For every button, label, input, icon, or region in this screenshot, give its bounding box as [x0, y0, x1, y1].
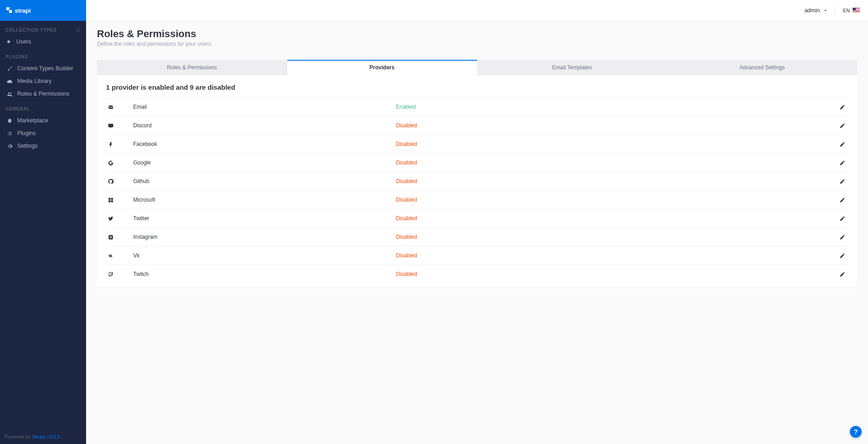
provider-name: Twitch — [133, 271, 396, 277]
provider-row-microsoft[interactable]: MicrosoftDisabled — [106, 190, 848, 209]
edit-icon[interactable] — [830, 197, 848, 203]
sidebar-item-plugins[interactable]: Plugins — [5, 127, 81, 140]
envelope-icon — [106, 104, 133, 110]
brand-logo[interactable]: strapi — [0, 0, 86, 21]
provider-name: Twitter — [133, 215, 396, 222]
provider-row-twitter[interactable]: TwitterDisabled — [106, 209, 848, 227]
provider-row-email[interactable]: EmailEnabled — [106, 97, 848, 116]
sidebar-item-content-types-builder[interactable]: Content-Types Builder — [5, 62, 81, 75]
provider-name: Discord — [133, 122, 396, 129]
user-name: admin — [805, 7, 820, 14]
gear-icon — [6, 143, 13, 149]
page-subtitle: Define the roles and permissions for you… — [97, 41, 857, 47]
provider-row-github[interactable]: GithubDisabled — [106, 172, 848, 190]
provider-name: Instagram — [133, 234, 396, 240]
discord-icon — [106, 123, 133, 129]
edit-icon[interactable] — [830, 123, 848, 129]
main: admin EN Roles & Permissions Define the … — [86, 0, 868, 444]
google-icon — [106, 160, 133, 166]
bullet-icon — [7, 40, 10, 43]
sidebar-section: PLUGINSContent-Types BuilderMedia Librar… — [0, 48, 86, 100]
facebook-icon — [106, 141, 133, 147]
divider — [835, 6, 836, 14]
provider-name: Google — [133, 159, 396, 166]
edit-icon[interactable] — [830, 104, 848, 110]
provider-status: Enabled — [396, 104, 830, 110]
locale-code: EN — [843, 8, 850, 13]
topbar: admin EN — [86, 0, 868, 21]
provider-row-instagram[interactable]: InstagramDisabled — [106, 227, 848, 246]
provider-name: Email — [133, 104, 396, 110]
svg-rect-2 — [9, 7, 10, 8]
tab-roles-permissions[interactable]: Roles & Permissions — [97, 60, 287, 75]
sidebar-section-title: PLUGINS — [5, 54, 28, 59]
provider-status: Disabled — [396, 178, 830, 184]
provider-name: Facebook — [133, 141, 396, 147]
sidebar-item-marketplace[interactable]: Marketplace — [5, 114, 81, 127]
provider-status: Disabled — [396, 141, 830, 147]
tab-providers[interactable]: Providers — [287, 60, 477, 75]
provider-status: Disabled — [396, 122, 830, 129]
sidebar-item-label: Settings — [17, 143, 38, 149]
list-icon — [6, 130, 13, 136]
search-icon[interactable] — [75, 27, 81, 33]
provider-row-twitch[interactable]: TwitchDisabled — [106, 265, 848, 283]
twitter-icon — [106, 216, 133, 222]
sidebar-section-title: COLLECTION TYPES — [5, 28, 57, 33]
svg-rect-1 — [9, 10, 12, 13]
provider-name: Vk — [133, 252, 396, 259]
sidebar-item-roles-permissions[interactable]: Roles & Permissions — [5, 87, 81, 100]
tabs: Roles & PermissionsProvidersEmail Templa… — [97, 60, 857, 75]
sidebar-item-media-library[interactable]: Media Library — [5, 75, 81, 87]
sidebar-item-label: Plugins — [17, 130, 36, 136]
provider-row-discord[interactable]: DiscordDisabled — [106, 116, 848, 135]
edit-icon[interactable] — [830, 160, 848, 166]
svg-text:strapi: strapi — [14, 7, 30, 14]
provider-status: Disabled — [396, 197, 830, 203]
twitch-icon — [106, 271, 133, 277]
sidebar: strapi COLLECTION TYPESUsersPLUGINSConte… — [0, 0, 86, 444]
sidebar-item-label: Roles & Permissions — [17, 91, 69, 97]
brush-icon — [6, 66, 13, 72]
cloud-icon — [6, 78, 13, 84]
user-menu[interactable]: admin — [805, 7, 828, 14]
tab-advanced-settings[interactable]: Advanced Settings — [667, 60, 858, 75]
provider-status: Disabled — [396, 159, 830, 166]
provider-status: Disabled — [396, 215, 830, 222]
tab-email-templates[interactable]: Email Templates — [477, 60, 667, 75]
locale-switcher[interactable]: EN — [843, 8, 860, 13]
provider-name: Github — [133, 178, 396, 184]
sidebar-item-label: Media Library — [17, 78, 52, 84]
provider-row-vk[interactable]: VkDisabled — [106, 246, 848, 265]
github-icon — [106, 179, 133, 184]
sidebar-section: GENERALMarketplacePluginsSettings — [0, 100, 86, 152]
sidebar-item-users[interactable]: Users — [5, 35, 81, 48]
provider-status: Disabled — [396, 234, 830, 240]
edit-icon[interactable] — [830, 216, 848, 222]
provider-row-google[interactable]: GoogleDisabled — [106, 153, 848, 172]
basket-icon — [6, 118, 13, 124]
provider-status: Disabled — [396, 252, 830, 259]
provider-name: Microsoft — [133, 197, 396, 203]
provider-status: Disabled — [396, 271, 830, 277]
edit-icon[interactable] — [830, 141, 848, 147]
strapi-version-link[interactable]: Strapi v3.0.5 — [32, 434, 60, 439]
instagram-icon — [106, 234, 133, 240]
microsoft-icon — [106, 197, 133, 203]
vk-icon — [106, 253, 133, 259]
edit-icon[interactable] — [830, 179, 848, 184]
sidebar-section: COLLECTION TYPESUsers — [0, 21, 86, 48]
sidebar-item-label: Marketplace — [17, 117, 48, 124]
help-fab[interactable]: ? — [850, 426, 862, 438]
sidebar-section-title: GENERAL — [5, 106, 30, 111]
provider-row-facebook[interactable]: FacebookDisabled — [106, 135, 848, 153]
flag-us-icon — [853, 8, 860, 13]
panel-heading: 1 provider is enabled and 9 are disabled — [106, 83, 848, 91]
users-icon — [6, 91, 13, 97]
sidebar-footer: Powered by Strapi v3.0.5 — [0, 430, 86, 444]
edit-icon[interactable] — [830, 271, 848, 277]
svg-rect-0 — [6, 7, 9, 10]
sidebar-item-settings[interactable]: Settings — [5, 140, 81, 152]
edit-icon[interactable] — [830, 234, 848, 240]
edit-icon[interactable] — [830, 253, 848, 259]
